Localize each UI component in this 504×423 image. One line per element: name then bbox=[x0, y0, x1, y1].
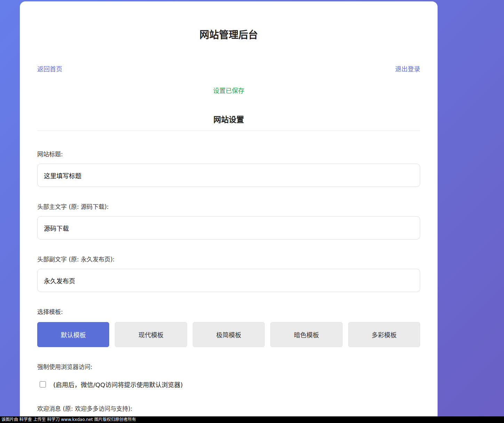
logout-link[interactable]: 退出登录 bbox=[395, 64, 420, 73]
site-title-input[interactable] bbox=[37, 164, 420, 187]
force-browser-group: 强制使用浏览器访问: (启用后，微信/QQ访问将提示使用默认浏览器) bbox=[37, 363, 420, 389]
section-title: 网站设置 bbox=[37, 115, 420, 131]
template-button-modern[interactable]: 现代模板 bbox=[115, 322, 187, 347]
watermark-bar: 该图片由 科学查 上传至 科学刀 www.kxdao.net 图片版权归原创者所… bbox=[0, 416, 504, 423]
template-button-minimal[interactable]: 极简模板 bbox=[193, 322, 265, 347]
force-browser-row: (启用后，微信/QQ访问将提示使用默认浏览器) bbox=[37, 380, 420, 389]
force-browser-checkbox[interactable] bbox=[40, 381, 46, 387]
force-browser-hint: (启用后，微信/QQ访问将提示使用默认浏览器) bbox=[53, 380, 183, 389]
force-browser-label: 强制使用浏览器访问: bbox=[37, 363, 420, 371]
template-button-row: 默认模板 现代模板 极简模板 暗色模板 多彩模板 bbox=[37, 322, 420, 347]
template-button-dark[interactable]: 暗色模板 bbox=[270, 322, 342, 347]
header-sub-group: 头部副文字 (原: 永久发布页): bbox=[37, 255, 420, 292]
welcome-group: 欢迎消息 (原: 欢迎多多访问与支持): bbox=[37, 405, 420, 413]
header-sub-label: 头部副文字 (原: 永久发布页): bbox=[37, 255, 420, 264]
header-main-label: 头部主文字 (原: 源码下载): bbox=[37, 203, 420, 211]
status-message: 设置已保存 bbox=[37, 86, 420, 95]
page-title: 网站管理后台 bbox=[37, 29, 420, 41]
admin-panel-card: 网站管理后台 返回首页 退出登录 设置已保存 网站设置 网站标题: 头部主文字 … bbox=[20, 1, 438, 423]
template-label: 选择模板: bbox=[37, 308, 420, 316]
header-main-group: 头部主文字 (原: 源码下载): bbox=[37, 203, 420, 240]
welcome-label: 欢迎消息 (原: 欢迎多多访问与支持): bbox=[37, 405, 420, 413]
template-group: 选择模板: 默认模板 现代模板 极简模板 暗色模板 多彩模板 bbox=[37, 308, 420, 347]
template-button-default[interactable]: 默认模板 bbox=[37, 322, 109, 347]
site-title-group: 网站标题: bbox=[37, 150, 420, 187]
nav-links-row: 返回首页 退出登录 bbox=[37, 64, 420, 73]
header-main-input[interactable] bbox=[37, 216, 420, 240]
header-sub-input[interactable] bbox=[37, 269, 420, 292]
template-button-colorful[interactable]: 多彩模板 bbox=[348, 322, 420, 347]
site-title-label: 网站标题: bbox=[37, 150, 420, 158]
back-home-link[interactable]: 返回首页 bbox=[37, 64, 62, 73]
